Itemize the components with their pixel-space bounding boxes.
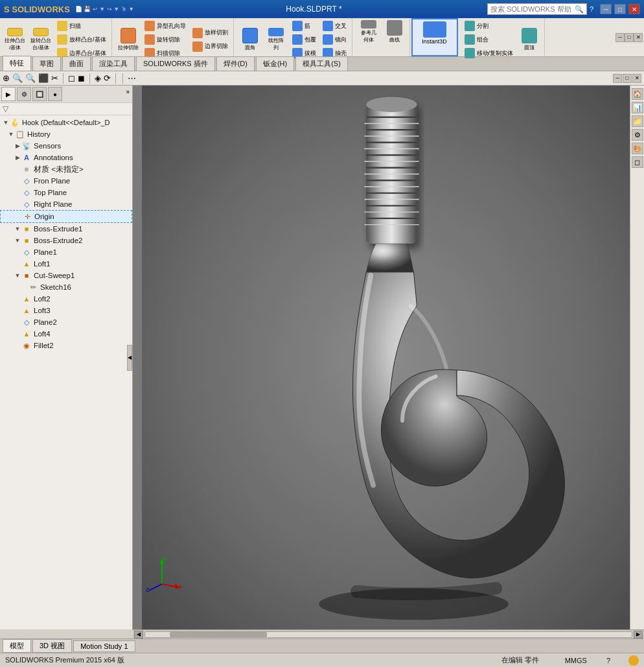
sidebar-expand-icon[interactable]: » [124,87,131,101]
close-btn[interactable]: ✕ [628,4,640,14]
tree-item-loft2[interactable]: ▲ Loft2 [0,293,132,305]
search-bar[interactable]: 🔍 [487,3,587,15]
scroll-thumb[interactable] [170,632,267,637]
tree-item-origin[interactable]: ✛ Origin [0,210,132,223]
rib-btn[interactable]: 筋 [290,19,319,32]
tab-plugins[interactable]: SOLIDWORKS 插件 [136,56,215,71]
history-expand[interactable]: ▼ [8,131,14,137]
scroll-right-btn[interactable]: ▶ [634,631,643,638]
dome-btn[interactable]: 圆顶 [517,27,542,52]
tree-root[interactable]: ▼ 🪝 Hook (Default<<Default>_D [0,117,132,128]
tab-weld[interactable]: 焊件(D) [216,56,255,71]
ribbon-close-btn[interactable]: ✕ [634,33,643,42]
tree-item-loft4[interactable]: ▲ Loft4 [0,328,132,340]
cut-sweep1-expand[interactable]: ▼ [14,272,21,279]
rp-chart-icon[interactable]: 📊 [632,102,643,113]
sweep-btn[interactable]: 扫描 [54,19,109,32]
view-win-close[interactable]: ✕ [632,74,641,83]
sidebar-tab-property[interactable]: ⚙ [17,87,31,101]
search-input[interactable] [490,5,575,13]
view-orient-icon[interactable]: ⊕ [3,73,10,83]
view-apply-icon[interactable]: ◈ [95,73,101,83]
loft-btn[interactable]: 放样凸台/基体 [54,33,109,46]
view-fit-icon[interactable]: ⬛ [38,73,49,83]
search-icon[interactable]: 🔍 [575,5,584,14]
rp-folder-icon[interactable]: 📁 [632,115,643,127]
wrap-btn[interactable]: 包覆 [290,33,319,46]
root-expand[interactable]: ▼ [3,119,9,126]
hole-wizard-btn[interactable]: 异型孔向导 [142,19,189,32]
tree-item-front-plane[interactable]: ◇ Fron Plane [0,175,132,187]
scroll-track[interactable] [144,631,632,638]
extrude-cut-btn[interactable]: 拉伸切除 [116,27,141,52]
curves-btn[interactable]: 曲线 [382,19,407,44]
tab-surface[interactable]: 曲面 [62,56,91,71]
tree-item-history[interactable]: ▼ 📋 History [0,128,132,140]
view-rotate-icon[interactable]: ⟳ [104,73,111,83]
view-display-icon[interactable]: ◻ [68,73,75,83]
tab-render[interactable]: 渲染工具 [92,56,135,71]
tree-item-sketch16[interactable]: ✏ Sketch16 [0,281,132,293]
intersect-btn[interactable]: 交叉 [320,19,349,32]
bottom-tab-motion[interactable]: Motion Study 1 [73,640,135,652]
combine-btn[interactable]: 组合 [462,33,516,46]
view-shading-icon[interactable]: ◼ [78,73,85,83]
sidebar-collapse-handle[interactable]: ◀ [127,345,132,371]
tab-sketch[interactable]: 草图 [32,56,61,71]
scroll-left-btn[interactable]: ◀ [134,631,143,638]
revolve-cut-btn[interactable]: 旋转切除 [142,33,189,46]
horizontal-scrollbar[interactable]: ◀ ▶ [133,629,644,638]
maximize-btn[interactable]: □ [614,4,626,14]
tree-item-boss-extrude1[interactable]: ▼ ■ Boss-Extrude1 [0,223,132,235]
tree-item-sensors[interactable]: ▶ 📡 Sensors [0,140,132,152]
status-help-btn[interactable]: ? [606,657,610,664]
bottom-tab-3d[interactable]: 3D 视图 [32,639,72,653]
fillet-btn[interactable]: 圆角 [238,27,262,52]
rp-palette-icon[interactable]: 🎨 [632,143,643,154]
view-win-min[interactable]: ─ [613,74,622,83]
extrude-boss-btn[interactable]: 拉伸凸台/基体 [3,27,27,52]
tree-item-fillet2[interactable]: ◉ Fillet2 [0,340,132,351]
tree-item-plane2[interactable]: ◇ Plane2 [0,316,132,328]
bottom-tab-model[interactable]: 模型 [3,639,31,653]
split-btn[interactable]: 分割 [462,19,516,32]
boss-extrude2-expand[interactable]: ▼ [14,237,21,244]
instant3d-btn[interactable]: Instant3D [415,21,454,45]
loft-cut-btn[interactable]: 放样切割 [190,27,231,40]
tab-features[interactable]: 特征 [3,56,31,71]
revolve-boss-btn[interactable]: 旋转凸台台/基体 [29,27,53,52]
sensors-expand[interactable]: ▶ [14,143,21,149]
tree-item-plane1[interactable]: ◇ Plane1 [0,246,132,258]
rp-display-icon[interactable]: ◻ [632,156,643,168]
view-zoom-icon[interactable]: 🔍 [25,73,36,83]
tree-item-loft3[interactable]: ▲ Loft3 [0,305,132,316]
boundary-cut-btn[interactable]: 边界切除 [190,40,231,53]
tree-item-annotations[interactable]: ▶ A Annotations [0,152,132,163]
sidebar-tab-feature[interactable]: ▶ [1,87,16,101]
boss-extrude1-expand[interactable]: ▼ [14,226,21,232]
move-copy-btn[interactable]: 移动/复制实体 [462,47,516,60]
help-btn[interactable]: ? [590,5,593,13]
tab-mold[interactable]: 模具工具(S) [295,56,348,71]
view-zoom-area-icon[interactable]: 🔍 [12,73,23,83]
pattern-btn[interactable]: 线性阵列 [264,27,288,52]
view-section-icon[interactable]: ✂ [51,73,58,83]
rp-home-icon[interactable]: 🏠 [632,88,643,100]
tree-item-right-plane[interactable]: ◇ Right Plane [0,198,132,210]
annotations-expand[interactable]: ▶ [14,154,21,161]
rp-settings-icon[interactable]: ⚙ [632,129,643,141]
sidebar-tab-config[interactable]: 🔲 [32,87,47,101]
minimize-btn[interactable]: ─ [600,4,612,14]
tree-item-cut-sweep1[interactable]: ▼ ■ Cut-Sweep1 [0,270,132,281]
view-more-icon[interactable]: ⋯ [128,73,136,83]
tree-item-boss-extrude2[interactable]: ▼ ■ Boss-Extrude2 [0,235,132,246]
3d-viewport[interactable]: Y X Z 🏠 📊 📁 ⚙ 🎨 ◻ [133,86,644,629]
ribbon-min-btn[interactable]: ─ [615,33,625,42]
tree-item-top-plane[interactable]: ◇ Top Plane [0,187,132,198]
ribbon-max-btn[interactable]: □ [625,33,634,42]
tree-item-material[interactable]: ≡ 材质 <未指定> [0,163,132,175]
view-win-max[interactable]: □ [623,74,632,83]
mirror-btn[interactable]: 镜向 [320,33,349,46]
tab-sheetmetal[interactable]: 钣金(H) [256,56,294,71]
ref-geometry-btn[interactable]: 参考几何体 [356,19,381,44]
